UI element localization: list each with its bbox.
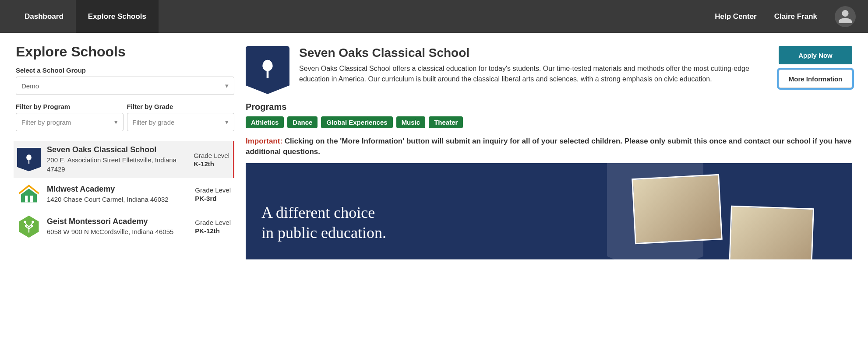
filter-grade-label: Filter by Grade xyxy=(127,103,235,110)
important-note: Important: Clicking on the 'More Informa… xyxy=(246,136,852,157)
school-logo xyxy=(17,148,41,172)
hero-photo xyxy=(632,174,723,244)
filter-row: Filter by Program Filter by program ▾ Fi… xyxy=(16,103,234,131)
detail-description: Seven Oaks Classical School offers a cla… xyxy=(299,63,769,84)
nav-left: Dashboard Explore Schools xyxy=(12,0,159,33)
school-group-select[interactable]: Demo ▾ xyxy=(16,77,234,95)
school-item-seven-oaks[interactable]: Seven Oaks Classical School 200 E. Assoc… xyxy=(14,141,234,178)
hero-text: A different choice in public education. xyxy=(261,203,386,244)
school-address: 1420 Chase Court Carmel, Indiana 46032 xyxy=(47,195,189,204)
school-grade: Grade Level PK-12th xyxy=(195,219,231,234)
detail-body: Seven Oaks Classical School Seven Oaks C… xyxy=(299,46,769,94)
filter-grade-placeholder: Filter by grade xyxy=(133,119,175,126)
svg-point-4 xyxy=(31,225,33,227)
top-header: Dashboard Explore Schools Help Center Cl… xyxy=(0,0,868,33)
filter-program-label: Filter by Program xyxy=(16,103,123,110)
school-item-geist[interactable]: Geist Montessori Academy 6058 W 900 N Mc… xyxy=(14,210,234,243)
school-item-midwest[interactable]: Midwest Academy 1420 Chase Court Carmel,… xyxy=(14,178,234,210)
user-name[interactable]: Claire Frank xyxy=(774,12,817,21)
filter-program-placeholder: Filter by program xyxy=(21,119,71,126)
detail-school-logo xyxy=(246,46,289,94)
school-list: Seven Oaks Classical School 200 E. Assoc… xyxy=(14,141,234,243)
chevron-down-icon: ▾ xyxy=(225,82,229,90)
program-tag: Athletics xyxy=(246,116,284,128)
user-avatar-icon[interactable] xyxy=(835,6,856,27)
school-grade: Grade Level PK-3rd xyxy=(195,186,231,202)
nav-dashboard[interactable]: Dashboard xyxy=(12,0,76,33)
svg-point-1 xyxy=(24,221,26,223)
hero-banner: A different choice in public education. xyxy=(246,163,852,259)
program-tag: Music xyxy=(396,116,426,128)
chevron-down-icon: ▾ xyxy=(225,118,229,126)
group-label: Select a School Group xyxy=(16,66,234,74)
detail-actions: Apply Now More Information xyxy=(779,46,852,94)
school-info: Geist Montessori Academy 6058 W 900 N Mc… xyxy=(47,217,189,236)
hero-line2: in public education. xyxy=(261,223,386,243)
program-tags: Athletics Dance Global Experiences Music… xyxy=(246,116,852,128)
school-info: Midwest Academy 1420 Chase Court Carmel,… xyxy=(47,185,189,204)
svg-point-2 xyxy=(32,221,34,223)
school-grade: Grade Level K-12th xyxy=(194,152,229,168)
chevron-down-icon: ▾ xyxy=(114,118,118,126)
program-tag: Global Experiences xyxy=(321,116,392,128)
school-name: Seven Oaks Classical School xyxy=(47,145,187,154)
main-content: Explore Schools Select a School Group De… xyxy=(0,33,868,259)
program-tag: Theater xyxy=(429,116,463,128)
school-logo xyxy=(17,182,41,206)
page-title: Explore Schools xyxy=(16,44,234,60)
sidebar: Explore Schools Select a School Group De… xyxy=(0,33,234,259)
nav-right: Help Center Claire Frank xyxy=(715,6,856,27)
hero-photo xyxy=(728,205,814,259)
detail-title: Seven Oaks Classical School xyxy=(299,46,769,60)
more-information-button[interactable]: More Information xyxy=(779,70,852,88)
school-group-value: Demo xyxy=(21,82,39,90)
school-name: Geist Montessori Academy xyxy=(47,217,189,226)
apply-now-button[interactable]: Apply Now xyxy=(779,46,852,64)
program-tag: Dance xyxy=(287,116,318,128)
detail-header-row: Seven Oaks Classical School Seven Oaks C… xyxy=(246,46,852,94)
grade-level-label: Grade Level xyxy=(195,186,231,194)
grade-level-value: PK-3rd xyxy=(195,195,231,202)
svg-point-3 xyxy=(25,225,27,227)
filter-grade-select[interactable]: Filter by grade ▾ xyxy=(127,113,235,131)
school-detail: Seven Oaks Classical School Seven Oaks C… xyxy=(234,33,868,259)
school-info: Seven Oaks Classical School 200 E. Assoc… xyxy=(47,145,187,174)
grade-level-label: Grade Level xyxy=(195,219,231,226)
school-address: 6058 W 900 N McCordsville, Indiana 46055 xyxy=(47,227,189,236)
important-text: Clicking on the 'More Information' butto… xyxy=(246,137,851,156)
help-center-link[interactable]: Help Center xyxy=(715,12,756,21)
filter-program-select[interactable]: Filter by program ▾ xyxy=(16,113,123,131)
nav-explore-schools[interactable]: Explore Schools xyxy=(76,0,159,33)
hero-line1: A different choice xyxy=(261,203,386,223)
important-prefix: Important: xyxy=(246,137,282,145)
grade-level-value: PK-12th xyxy=(195,227,231,234)
school-name: Midwest Academy xyxy=(47,185,189,194)
school-logo xyxy=(17,215,41,238)
programs-heading: Programs xyxy=(246,102,852,112)
school-address: 200 E. Association Street Ellettsville, … xyxy=(47,155,187,174)
grade-level-value: K-12th xyxy=(194,160,229,168)
grade-level-label: Grade Level xyxy=(194,152,229,159)
